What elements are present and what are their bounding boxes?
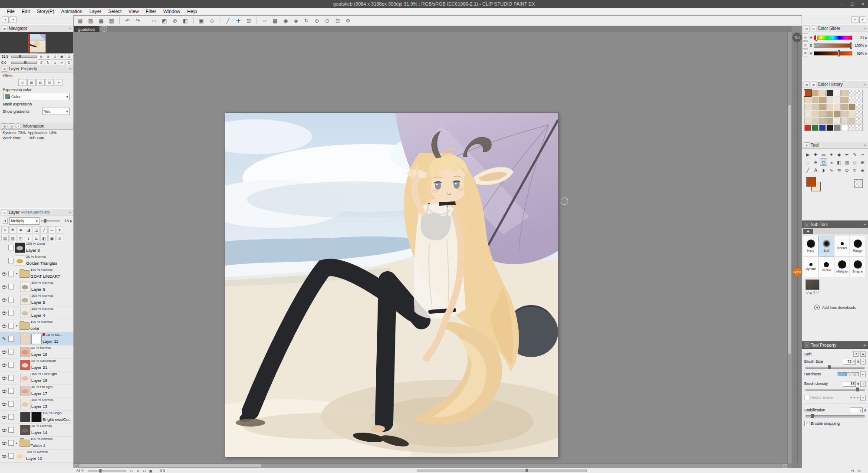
correction-tool-icon[interactable]: ≋ bbox=[835, 166, 843, 174]
menu-file[interactable]: File bbox=[3, 8, 18, 15]
opacity-knob[interactable]: 100 % bbox=[792, 267, 802, 276]
layer-visibility-toggle[interactable] bbox=[1, 401, 7, 406]
layer-checkbox[interactable] bbox=[8, 349, 14, 355]
layer-visibility-toggle[interactable] bbox=[1, 440, 7, 445]
minimize-button[interactable]: — bbox=[840, 2, 844, 6]
opacity-slider-handle[interactable] bbox=[44, 219, 46, 223]
color-swatch-8[interactable] bbox=[804, 97, 811, 103]
cmyk-tab[interactable]: ▦ bbox=[802, 49, 808, 56]
clear-selection-icon[interactable]: ⊘ bbox=[170, 16, 180, 25]
layer-visibility-toggle[interactable] bbox=[1, 323, 7, 328]
reset-settings-icon[interactable]: ↺ bbox=[853, 351, 859, 357]
blend-mode-dropdown[interactable]: Multiply ▼ bbox=[9, 217, 39, 225]
menu-layer[interactable]: Layer bbox=[86, 8, 105, 15]
color-swatch-14[interactable] bbox=[848, 97, 855, 103]
color-swatch-5[interactable] bbox=[841, 90, 848, 96]
brush-density-stepper[interactable]: ▲▼ bbox=[857, 382, 859, 385]
layer-visibility-toggle[interactable]: ✎ bbox=[1, 336, 7, 341]
color-swatch-15[interactable] bbox=[856, 97, 863, 103]
layer-property-title[interactable]: ▤ Layer Property ≡ bbox=[0, 65, 73, 72]
show-ruler-icon[interactable]: ▱ bbox=[260, 16, 270, 25]
deselect-icon[interactable]: ▭ bbox=[149, 16, 159, 25]
color-swatch-31[interactable] bbox=[856, 111, 863, 117]
auto-select-tool-icon[interactable]: ✦ bbox=[828, 151, 835, 158]
pin-layer-icon[interactable]: ≣ bbox=[1, 226, 9, 233]
layer-checkbox[interactable] bbox=[8, 271, 14, 276]
panel-menu-icon[interactable]: ≡ bbox=[69, 210, 72, 214]
s-stepper[interactable]: ▲▼ bbox=[865, 44, 867, 47]
collapse-right-dock-icon[interactable]: ▸ bbox=[859, 16, 866, 23]
clip-below-icon[interactable]: ∟ bbox=[48, 226, 56, 233]
layer-visibility-toggle[interactable] bbox=[1, 427, 7, 432]
color-swatch-1[interactable] bbox=[812, 90, 819, 96]
zoom-in-icon[interactable]: ⊕ bbox=[45, 53, 51, 59]
layer-color-effect-icon[interactable]: ◐ bbox=[36, 79, 45, 86]
color-swatch-19[interactable] bbox=[826, 104, 833, 110]
layer-checkbox[interactable] bbox=[8, 297, 14, 302]
text-tool-icon[interactable]: A bbox=[812, 166, 819, 174]
layer-row-layer-19[interactable]: 82 % NormalLayer 19 bbox=[0, 345, 73, 358]
fit-screen-icon[interactable]: ⊡ bbox=[141, 469, 147, 473]
navigator-title[interactable]: ▣ Navigator ≡ bbox=[0, 24, 73, 32]
layer-checkbox[interactable] bbox=[8, 388, 14, 394]
transparent-color-swatch[interactable] bbox=[854, 179, 863, 188]
line-correction-tool-icon[interactable]: ∿ bbox=[828, 166, 835, 174]
new-tab-button[interactable]: + bbox=[102, 26, 107, 32]
color-swatch-26[interactable] bbox=[819, 111, 826, 117]
layer-row-layer-4[interactable]: 100 % NormalLayer 4 bbox=[0, 306, 73, 319]
folder-expand-arrow[interactable]: ▾ bbox=[15, 324, 19, 328]
layer-visibility-toggle[interactable] bbox=[1, 349, 7, 354]
color-swatch-29[interactable] bbox=[841, 111, 848, 117]
layer-visibility-toggle[interactable] bbox=[1, 310, 7, 315]
pencil-tool-icon[interactable]: ✎ bbox=[851, 151, 858, 158]
color-swatch-12[interactable] bbox=[834, 97, 841, 103]
zoom-in-icon[interactable]: ⊕ bbox=[135, 469, 141, 473]
maximize-button[interactable]: ▢ bbox=[851, 2, 855, 6]
palette-dock-icon[interactable]: ⊞ bbox=[856, 469, 862, 473]
fit-to-window-icon[interactable]: ▣ bbox=[59, 53, 65, 59]
blend-tool-icon[interactable]: ≈ bbox=[828, 158, 835, 166]
sub-tool-multiple[interactable]: Multiple bbox=[834, 256, 850, 277]
v-slider[interactable] bbox=[814, 51, 852, 56]
collapse-dock2-icon[interactable]: ◂ bbox=[10, 16, 16, 23]
menu-select[interactable]: Select bbox=[105, 8, 125, 15]
color-swatch-44[interactable] bbox=[834, 125, 841, 131]
tone-effect-icon[interactable]: ▩ bbox=[27, 79, 36, 86]
rotation-slider-handle[interactable] bbox=[24, 61, 26, 64]
zoom-out-icon[interactable]: ⊖ bbox=[38, 53, 44, 59]
move-tool-icon[interactable]: ✚ bbox=[812, 151, 819, 158]
layer-row-golden-triangles[interactable]: 20 % NormalGolden Triangles bbox=[0, 254, 73, 267]
color-swatch-37[interactable] bbox=[841, 118, 848, 124]
balloon-tool-icon[interactable]: ◗ bbox=[820, 166, 827, 174]
sub-tool-dynam[interactable]: Dynam bbox=[803, 256, 819, 277]
figure-tool-icon[interactable]: ◇ bbox=[851, 158, 858, 166]
color-swatch-25[interactable] bbox=[812, 111, 819, 117]
frame-border-tool-icon[interactable]: ⊞ bbox=[859, 158, 866, 166]
folder-expand-arrow[interactable]: ▾ bbox=[15, 272, 19, 276]
add-from-downloads[interactable]: + Add from downloads bbox=[802, 305, 868, 310]
layer-row-folder-4[interactable]: ▸100 % NormalFolder 4 bbox=[0, 437, 73, 450]
horizontal-scrollbar-thumb[interactable] bbox=[79, 464, 261, 467]
layer-checkbox[interactable] bbox=[8, 414, 14, 420]
layer-checkbox[interactable] bbox=[8, 427, 14, 433]
h-slider[interactable] bbox=[814, 36, 852, 40]
layer-row-layer-13[interactable]: 100 % NormalLayer 13 bbox=[0, 397, 73, 411]
sub-tool-snap-e[interactable]: Snap e bbox=[850, 256, 865, 277]
zoom-slider-handle[interactable] bbox=[19, 55, 21, 58]
opacity-slider[interactable] bbox=[41, 220, 60, 222]
pen-tool-icon[interactable]: ✒ bbox=[843, 151, 851, 158]
sub-tool-title[interactable]: ◻ Sub Tool ≡ bbox=[802, 220, 868, 228]
set-ruler-icon[interactable]: ╱ bbox=[40, 226, 48, 233]
dock-menu-icon[interactable]: ▾ bbox=[852, 16, 858, 23]
enable-snapping-checkbox[interactable]: ✓ bbox=[804, 421, 809, 426]
brush-size-input[interactable]: 73.4 bbox=[843, 359, 856, 365]
color-swatch-39[interactable] bbox=[856, 118, 863, 124]
color-swatch-45[interactable] bbox=[841, 125, 848, 131]
expression-effect-icon[interactable]: ▥ bbox=[46, 79, 54, 86]
expression-color-dropdown[interactable]: Color ▼ bbox=[3, 93, 70, 100]
color-swatch-4[interactable] bbox=[834, 90, 841, 96]
color-swatch-21[interactable] bbox=[841, 104, 848, 110]
layer-checkbox[interactable] bbox=[8, 375, 14, 381]
color-swatch-33[interactable] bbox=[812, 118, 819, 124]
zoom-slider[interactable] bbox=[11, 56, 37, 58]
